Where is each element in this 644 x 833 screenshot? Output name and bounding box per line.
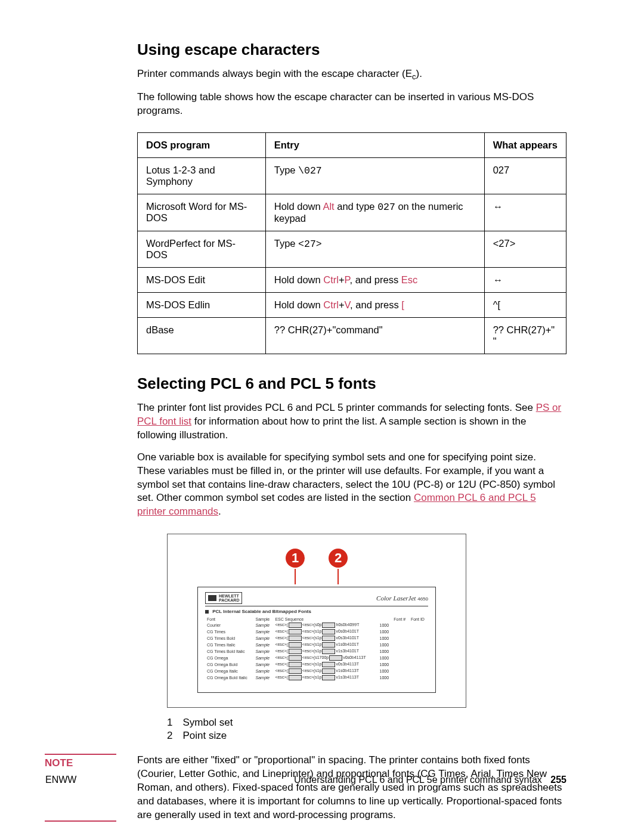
symbol-set-box [289, 623, 302, 628]
mini-font-num: 1000 [377, 661, 392, 668]
key-name: V [345, 299, 351, 310]
cell-appears: ?? CHR(27)+" " [484, 317, 566, 354]
symbol-set-box [289, 675, 302, 680]
key-name: [ [401, 299, 404, 310]
table-body: Lotus 1-2-3 and SymphonyType \027027Micr… [138, 157, 566, 354]
footer-chapter: Understanding PCL 6 and PCL 5e printer c… [294, 775, 542, 785]
cell-appears: ↔ [484, 267, 566, 292]
point-size-box [322, 649, 335, 654]
mini-font-num: 1000 [377, 635, 392, 642]
heading-escape: Using escape characters [137, 41, 566, 59]
text: Type [274, 165, 298, 175]
table-row: Microsoft Word for MS-DOSHold down Alt a… [138, 194, 566, 231]
cell-appears: 027 [484, 157, 566, 194]
mini-row: CG OmegaSample<esc>(<esc>(s1700pv0s0b411… [205, 655, 428, 661]
mini-row: CG Omega ItalicSample<esc>(<esc>(s1pv1s0… [205, 668, 428, 674]
cell-entry: Hold down Ctrl+P, and press Esc [265, 267, 484, 292]
text: + [339, 299, 345, 310]
sheet-title-text: PCL Internal Scalable and Bitmapped Font… [212, 609, 311, 614]
page-number: 255 [550, 775, 566, 785]
key-name: Esc [401, 274, 418, 285]
mini-esc: <esc>(<esc>(s1pv0s3b4113T [273, 661, 377, 668]
fonts-para-1: The printer font list provides PCL 6 and… [137, 401, 566, 442]
mini-header: Font [205, 617, 254, 622]
hp-logo-text: HEWLETTPACKARD [219, 594, 239, 602]
table-row: MS-DOS EditHold down Ctrl+P, and press E… [138, 267, 566, 292]
code-text: \027 [298, 165, 322, 176]
symbol-set-box [289, 668, 302, 674]
note-label: NOTE [45, 757, 137, 769]
escape-para-1: Printer commands always begin with the e… [137, 67, 566, 82]
mini-font-num: 1000 [377, 622, 392, 628]
mini-header-row: FontSampleESC SequenceFont #Font ID [205, 617, 428, 622]
sheet-title: PCL Internal Scalable and Bitmapped Font… [205, 609, 428, 614]
mini-font-num: 1000 [377, 648, 392, 655]
figure-callouts: 1 2 [168, 549, 466, 584]
symbol-set-box [289, 649, 302, 654]
text: ?? CHR(27)+"command" [274, 324, 383, 335]
escape-table: DOS programEntryWhat appears Lotus 1-2-3… [137, 132, 566, 354]
table-row: MS-DOS EdlinHold down Ctrl+V, and press … [138, 292, 566, 317]
page-footer: ENWW Understanding PCL 6 and PCL 5e prin… [45, 775, 566, 785]
mini-row: CG Times BoldSample<esc>(<esc>(s1pv0s3b4… [205, 635, 428, 642]
callout-circle-2: 2 [329, 549, 348, 568]
mini-sample: Sample [254, 635, 274, 642]
divider [205, 606, 428, 606]
table-row: WordPerfect for MS-DOSType <27><27> [138, 231, 566, 267]
key-name: Ctrl [323, 299, 339, 310]
cell-program: MS-DOS Edit [138, 267, 266, 292]
font-mini-table: FontSampleESC SequenceFont #Font IDCouri… [205, 617, 428, 681]
text: for information about how to print the l… [137, 416, 526, 441]
text: Hold down [274, 299, 324, 310]
point-size-box [329, 655, 342, 661]
callout-1: 1 [286, 549, 305, 584]
mini-font-name: CG Times Italic [205, 642, 254, 648]
font-list-figure: 1 2 HEWLETTPACKARD Color LaserJet 4650 [167, 534, 466, 708]
footer-right: Understanding PCL 6 and PCL 5e printer c… [294, 775, 566, 785]
hp-logo-box [208, 595, 216, 601]
mini-header: Sample [254, 617, 274, 622]
square-icon [205, 610, 209, 614]
mini-row: CG Omega BoldSample<esc>(<esc>(s1pv0s3b4… [205, 661, 428, 668]
point-size-box [322, 675, 335, 680]
mini-esc: <esc>(<esc>(s1pv1s3b4113T [273, 674, 377, 681]
point-size-box [322, 623, 335, 628]
mini-row: CourierSample<esc>(<esc>(s0ph0s0b4099T10… [205, 622, 428, 628]
escape-para-2: The following table shows how the escape… [137, 91, 566, 118]
cell-entry: Type <27> [265, 231, 484, 267]
note-rule-top [45, 754, 116, 755]
color-laserjet-label: Color LaserJet 4650 [376, 594, 428, 602]
legend-item: 1 Symbol set [167, 717, 566, 729]
mini-font-name: Courier [205, 622, 254, 628]
point-size-box [322, 629, 335, 634]
mini-header: Font # [392, 617, 409, 622]
text: Hold down [274, 274, 324, 285]
symbol-set-box [289, 642, 302, 648]
mini-font-num: 1000 [377, 642, 392, 648]
symbol-set-box [289, 662, 302, 667]
mini-sample: Sample [254, 655, 274, 661]
text: , and press [350, 274, 401, 285]
mini-font-num: 1000 [377, 668, 392, 674]
text: Printer commands always begin with the e… [137, 68, 412, 79]
mini-font-num: 1000 [377, 655, 392, 661]
mini-header: Font ID [409, 617, 428, 622]
cell-appears: ^[ [484, 292, 566, 317]
font-list-sheet: HEWLETTPACKARD Color LaserJet 4650 PCL I… [197, 587, 436, 693]
mini-esc: <esc>(<esc>(s1pv0s0b4101T [273, 628, 377, 635]
font-mini-body: FontSampleESC SequenceFont #Font IDCouri… [205, 617, 428, 681]
table-header: DOS program [138, 132, 266, 157]
code-text: <27> [298, 239, 322, 250]
cell-entry: Type \027 [265, 157, 484, 194]
mini-row: CG Times Bold ItalicSample<esc>(<esc>(s1… [205, 648, 428, 655]
mini-esc: <esc>(<esc>(s1700pv0s0b4113T [273, 655, 377, 661]
point-size-box [322, 668, 335, 674]
mini-esc: <esc>(<esc>(s1pv0s3b4101T [273, 635, 377, 642]
symbol-set-box [289, 636, 302, 641]
mini-sample: Sample [254, 668, 274, 674]
mini-row: CG Omega Bold ItalicSample<esc>(<esc>(s1… [205, 674, 428, 681]
mini-font-name: CG Omega [205, 655, 254, 661]
mini-font-num: 1000 [377, 674, 392, 681]
note-rule-bottom [45, 820, 116, 822]
table-row: Lotus 1-2-3 and SymphonyType \027027 [138, 157, 566, 194]
